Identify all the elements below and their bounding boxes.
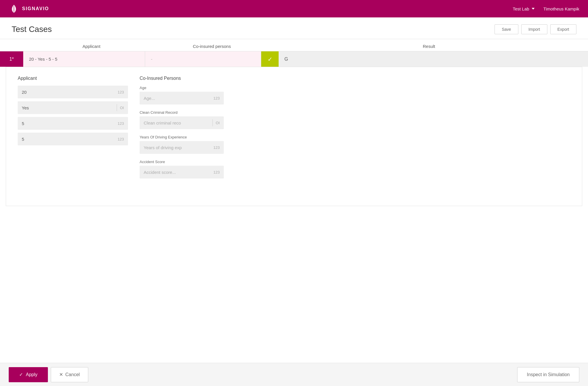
criminal-group: Clean Criminal Record Clean criminal rec… xyxy=(140,110,570,129)
criminal-divider xyxy=(212,119,213,126)
header-right: Test Lab Timotheus Kampik xyxy=(513,6,579,11)
criminal-toggle: OI xyxy=(216,121,220,125)
logo: SIGNAVIO xyxy=(9,3,49,14)
accident-placeholder: Accident score... xyxy=(144,170,213,175)
cancel-x-icon: ✕ xyxy=(59,372,63,377)
applicant-section-title: Applicant xyxy=(18,76,128,81)
applicant-field-4-value: 5 xyxy=(22,137,118,142)
row-number: 1* xyxy=(0,51,23,67)
applicant-field-1-hint: 123 xyxy=(118,90,124,94)
applicant-field-3[interactable]: 5 123 xyxy=(18,117,128,130)
criminal-placeholder: Clean criminal reco xyxy=(144,120,210,125)
apply-button[interactable]: ✓ Apply xyxy=(9,367,48,382)
age-field[interactable]: Age... 123 xyxy=(140,92,224,104)
age-group: Age Age... 123 xyxy=(140,86,570,104)
detail-panel: Applicant 20 123 Yes OI 5 123 5 123 xyxy=(6,67,582,206)
apply-label: Apply xyxy=(26,372,37,377)
title-bar: Test Cases Save Import Export xyxy=(0,17,588,34)
applicant-field-4-hint: 123 xyxy=(118,137,124,141)
applicant-field-group: 20 123 Yes OI 5 123 5 123 xyxy=(18,86,128,145)
applicant-section: Applicant 20 123 Yes OI 5 123 5 123 xyxy=(18,76,128,197)
coinsured-section-title: Co-Insured Persons xyxy=(140,76,570,81)
applicant-field-1[interactable]: 20 123 xyxy=(18,86,128,98)
title-actions: Save Import Export xyxy=(495,24,576,34)
age-hint: 123 xyxy=(213,96,220,100)
app-header: SIGNAVIO Test Lab Timotheus Kampik xyxy=(0,0,588,17)
field-divider xyxy=(117,104,117,111)
main-content: Test Cases Save Import Export Applicant … xyxy=(0,17,588,386)
testlab-menu[interactable]: Test Lab xyxy=(513,6,535,11)
driving-hint: 123 xyxy=(213,145,220,150)
col-coinsured-header: Co-insured persons xyxy=(154,44,270,49)
col-applicant-header: Applicant xyxy=(29,44,154,49)
save-button[interactable]: Save xyxy=(495,24,518,34)
col-result-header: Result xyxy=(270,44,588,49)
criminal-field[interactable]: Clean criminal reco OI xyxy=(140,116,224,129)
test-row[interactable]: 1* 20 - Yes - 5 - 5 - ✓ G xyxy=(0,51,588,67)
user-name: Timotheus Kampik xyxy=(543,6,579,11)
apply-check-icon: ✓ xyxy=(19,372,23,377)
applicant-field-2-toggle: OI xyxy=(120,106,124,110)
driving-group: Years Of Driving Experience Years of dri… xyxy=(140,135,570,154)
age-label: Age xyxy=(140,86,570,90)
page-title: Test Cases xyxy=(12,25,52,34)
checkmark-icon: ✓ xyxy=(268,56,273,63)
table-header: Applicant Co-insured persons Result xyxy=(12,39,588,51)
accident-field[interactable]: Accident score... 123 xyxy=(140,166,224,178)
accident-label: Accident Score xyxy=(140,160,570,164)
cancel-label: Cancel xyxy=(65,372,80,377)
logo-icon xyxy=(9,3,19,14)
result-check-icon: ✓ xyxy=(261,51,279,67)
cancel-button[interactable]: ✕ Cancel xyxy=(51,367,88,382)
row-result: ✓ G xyxy=(261,51,588,67)
age-placeholder: Age... xyxy=(144,96,213,101)
footer: ✓ Apply ✕ Cancel Inspect in Simulation xyxy=(0,363,588,386)
import-button[interactable]: Import xyxy=(521,24,547,34)
driving-field[interactable]: Years of driving exp 123 xyxy=(140,141,224,154)
applicant-field-4[interactable]: 5 123 xyxy=(18,133,128,145)
accident-hint: 123 xyxy=(213,170,220,174)
footer-left: ✓ Apply ✕ Cancel xyxy=(9,367,88,382)
row-applicant-value: 20 - Yes - 5 - 5 xyxy=(23,51,145,67)
applicant-field-1-value: 20 xyxy=(22,90,118,95)
export-button[interactable]: Export xyxy=(550,24,576,34)
row-coinsured-value: - xyxy=(145,51,261,67)
driving-placeholder: Years of driving exp xyxy=(144,145,213,150)
applicant-field-2[interactable]: Yes OI xyxy=(18,101,128,114)
applicant-field-3-hint: 123 xyxy=(118,121,124,126)
coinsured-field-group: Age Age... 123 Clean Criminal Record Cle… xyxy=(140,86,570,178)
applicant-field-3-value: 5 xyxy=(22,121,118,126)
coinsured-section: Co-Insured Persons Age Age... 123 Clean … xyxy=(140,76,570,197)
criminal-label: Clean Criminal Record xyxy=(140,110,570,115)
accident-group: Accident Score Accident score... 123 xyxy=(140,160,570,178)
chevron-down-icon xyxy=(532,8,535,10)
result-value: G xyxy=(279,57,294,62)
driving-label: Years Of Driving Experience xyxy=(140,135,570,139)
applicant-field-2-value: Yes xyxy=(22,105,114,110)
inspect-simulation-button[interactable]: Inspect in Simulation xyxy=(517,367,579,382)
logo-text: SIGNAVIO xyxy=(22,6,49,11)
testlab-label: Test Lab xyxy=(513,6,529,11)
